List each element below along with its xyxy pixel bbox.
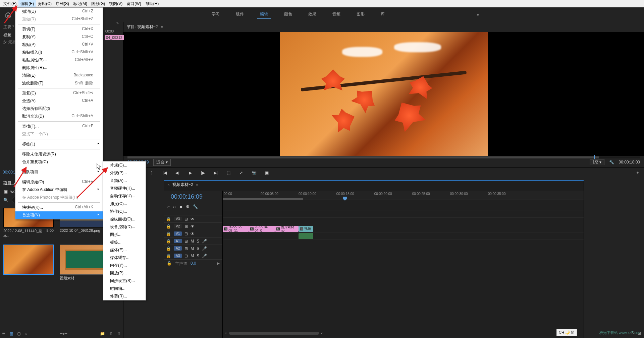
lock-icon[interactable]: 🔒 — [166, 254, 171, 258]
linked-selection-icon[interactable]: ∩ — [173, 204, 176, 209]
close-icon[interactable]: × — [167, 183, 170, 187]
ime-indicator[interactable]: CH 🌙 简 — [556, 329, 577, 336]
step-forward-icon[interactable]: |▶ — [200, 171, 206, 175]
menu-item[interactable]: 复制(Y)Ctrl+C — [15, 33, 103, 41]
timeline-zoom-scrollbar[interactable] — [229, 332, 319, 335]
snap-icon[interactable]: ⌐ — [167, 204, 170, 209]
menu-item[interactable]: 选择所有匹配项 — [15, 105, 103, 113]
menu-file[interactable]: 文件(F) — [1, 0, 18, 7]
submenu-item[interactable]: 操纵面板(O)... — [103, 215, 146, 223]
menu-item[interactable]: 粘贴属性(B)...Ctrl+Alt+V — [15, 56, 103, 64]
menu-window[interactable]: 窗口(W) — [124, 0, 143, 7]
ws-tab-learn[interactable]: 学习 — [209, 10, 222, 19]
solo-button[interactable]: S — [197, 246, 199, 251]
submenu-item[interactable]: 捕捉(C)... — [103, 200, 146, 208]
track-a3[interactable] — [223, 247, 644, 254]
menu-sequence[interactable]: 序列(S) — [54, 0, 71, 7]
toggle-output-icon[interactable]: ⊟ — [184, 217, 188, 221]
ws-tab-editing[interactable]: 编辑 — [257, 10, 271, 19]
workspace-overflow-icon[interactable]: » — [473, 12, 483, 17]
sort-icon[interactable]: ○ — [25, 331, 27, 336]
menu-edit[interactable]: 编辑(E) — [18, 0, 36, 7]
submenu-item[interactable]: 协作(C)... — [103, 208, 146, 215]
trash-icon[interactable]: 🗑 — [117, 331, 121, 336]
track-header-a3[interactable]: 🔒A3⊟MS🎤 — [164, 252, 222, 259]
menu-clip[interactable]: 剪辑(C) — [36, 0, 54, 7]
submenu-item[interactable]: 图形... — [103, 231, 146, 239]
toggle-output-icon[interactable]: ⊟ — [184, 246, 188, 251]
submenu-item[interactable]: 音频硬件(H)... — [103, 185, 146, 192]
voiceover-icon[interactable]: 🎤 — [202, 254, 207, 258]
chevron-icon[interactable]: ▶ — [217, 261, 220, 267]
icon-view-icon[interactable]: ▦ — [9, 331, 13, 336]
export-frame-icon[interactable]: 📷 — [251, 171, 257, 175]
submenu-item[interactable]: 标签... — [103, 239, 146, 246]
lock-icon[interactable]: 🔒 — [166, 224, 171, 229]
ws-tab-graphics[interactable]: 图形 — [354, 10, 367, 19]
audio-clip[interactable] — [299, 233, 313, 239]
track-v3[interactable] — [223, 210, 644, 217]
menu-item[interactable]: 清除(E)Backspace — [15, 72, 103, 79]
menu-item[interactable]: 合并重复项(C) — [15, 158, 103, 166]
menu-item[interactable]: 取消全选(D)Ctrl+Shift+A — [15, 113, 103, 120]
menu-graphics[interactable]: 图形(G) — [89, 0, 107, 7]
submenu-item[interactable]: 时间轴... — [103, 285, 146, 292]
track-a2[interactable] — [223, 240, 644, 247]
menu-item[interactable]: 查找(F)...Ctrl+F — [15, 123, 103, 130]
go-to-in-icon[interactable]: |◀ — [162, 171, 168, 175]
toggle-output-icon[interactable]: ⊟ — [184, 254, 188, 258]
time-ruler[interactable]: :00:00 00:00:05:00 00:00:10:00 00:00:15:… — [223, 191, 644, 200]
menu-item[interactable]: 团队项目 — [15, 168, 103, 176]
menu-help[interactable]: 帮助(H) — [143, 0, 161, 7]
submenu-item[interactable]: 常规(G)... — [103, 161, 146, 169]
eye-icon[interactable]: 👁 — [191, 217, 195, 221]
submenu-item[interactable]: 内存(Y)... — [103, 262, 146, 269]
solo-button[interactable]: S — [197, 254, 199, 258]
zoom-out-icon[interactable]: ○ — [225, 331, 227, 336]
button-editor-icon[interactable]: ＋ — [635, 170, 641, 176]
project-item[interactable]: 视频素材 — [60, 245, 110, 281]
track-header-a2[interactable]: 🔒A2⊟MS🎤 — [164, 245, 222, 252]
master-value[interactable]: 0.0 — [191, 261, 196, 267]
menu-item[interactable]: 波纹删除(T)Shift+删除 — [15, 79, 103, 87]
voiceover-icon[interactable]: 🎤 — [202, 246, 207, 251]
submenu-item[interactable]: 修剪(R)... — [103, 292, 146, 300]
menu-item[interactable]: 全选(A)Ctrl+A — [15, 97, 103, 105]
panel-menu-icon[interactable]: ≡ — [160, 25, 163, 29]
timeline-playhead[interactable] — [345, 191, 345, 338]
step-back-icon[interactable]: ◀| — [174, 171, 180, 175]
settings-icon[interactable]: 🔧 — [609, 160, 614, 164]
menu-item[interactable]: 粘贴(P)Ctrl+V — [15, 41, 103, 49]
settings-icon[interactable]: ⚙ — [186, 204, 190, 209]
track-a1[interactable] — [223, 232, 644, 240]
ws-tab-effects[interactable]: 效果 — [306, 10, 319, 19]
submenu-item[interactable]: 音频(A)... — [103, 177, 146, 185]
zoom-in-icon[interactable]: ○ — [321, 331, 323, 336]
clip-peek[interactable]: 04_09312 — [105, 35, 124, 40]
clip[interactable]: fx视频 — [299, 226, 313, 232]
extract-icon[interactable]: ⤢ — [238, 171, 244, 175]
ws-tab-color[interactable]: 颜色 — [281, 10, 295, 19]
lock-icon[interactable]: 🔒 — [166, 246, 171, 251]
list-view-icon[interactable]: ≣ — [2, 331, 5, 336]
ws-tab-libraries[interactable]: 库 — [378, 10, 387, 19]
submenu-item[interactable]: 回放(P)... — [103, 269, 146, 277]
new-item-icon[interactable]: 🗎 — [109, 331, 113, 336]
freeform-view-icon[interactable]: ▢ — [17, 331, 21, 336]
lock-icon[interactable]: 🔒 — [166, 217, 171, 221]
ws-tab-audio[interactable]: 音频 — [330, 10, 343, 19]
menu-item[interactable]: 移除未使用资源(R) — [15, 150, 103, 158]
mute-button[interactable]: M — [191, 254, 194, 258]
track-header-a1[interactable]: 🔒A1⊟MS🎤 — [164, 237, 222, 245]
submenu-item[interactable]: 同步设置(S)... — [103, 277, 146, 285]
play-icon[interactable]: ▶ — [187, 171, 193, 175]
zoom-slider[interactable]: ━●━ — [60, 331, 67, 336]
solo-button[interactable]: S — [197, 239, 199, 244]
submenu-item[interactable]: 外观(P)... — [103, 169, 146, 177]
search-icon[interactable]: 🔍 — [3, 198, 8, 202]
lock-icon[interactable]: 🔒 — [166, 239, 171, 244]
menu-item[interactable]: 剪切(T)Ctrl+X — [15, 25, 103, 33]
clip[interactable]: fx2022-10-04_0 — [249, 226, 275, 232]
panel-menu-icon[interactable]: ≡ — [196, 183, 198, 187]
menu-item[interactable]: 删除属性(R)... — [15, 64, 103, 72]
